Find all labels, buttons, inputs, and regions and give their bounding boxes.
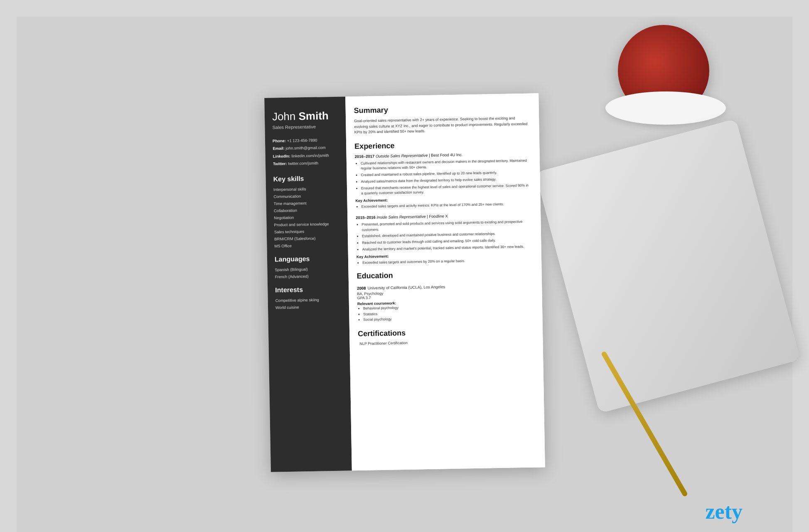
language-spanish: Spanish (Bilingual) [275,266,341,272]
edu-year: 2008 [357,286,366,291]
skill-negotiation: Negotiation [274,214,340,220]
phone-label: Phone: [272,138,285,143]
linkedin-label: LinkedIn: [273,154,290,159]
email-value: john.smith@gmail.com [285,145,325,151]
skills-heading: Key skills [273,175,339,183]
interest-cuisine: World cuisine [275,304,341,310]
skill-time-management: Time management [273,200,339,206]
skill-interpersonal: Interpersonal skills [273,186,339,192]
email-label: Email: [273,146,285,150]
phone-contact: Phone: +1 123-456-7890 [272,137,338,144]
exp-bullets-1: Cultivated relationships with restaurant… [354,158,530,196]
exp-bullet-2-1: Presented, promoted and sold products an… [361,219,531,232]
linkedin-contact: LinkedIn: linkedin.com/in/jsmith [273,152,339,159]
cert-item-1: NLP Practitioner Certification [358,339,533,346]
language-french: French (Advanced) [275,273,341,279]
skill-collaboration: Collaboration [273,207,339,213]
exp-role-1: Outside Sales Representative [375,153,428,158]
candidate-title: Sales Representative [272,124,338,130]
last-name: Smith [298,109,329,122]
decorative-saucer [605,91,726,125]
skill-communication: Communication [273,193,339,199]
education-heading: Education [357,269,531,281]
exp-years-1: 2016–2017 [354,154,374,159]
email-contact: Email: john.smith@gmail.com [273,145,339,151]
exp-bullets-2: Presented, promoted and sold products an… [356,219,531,252]
skill-product-knowledge: Product and service knowledge [274,222,340,227]
exp-header-1: 2016–2017 Outside Sales Representative |… [354,151,529,158]
experience-entry-2: 2015–2016 Inside Sales Representative | … [356,212,531,265]
interest-skiing: Competitive alpine skiing [275,297,341,303]
certifications-heading: Certifications [357,327,532,338]
exp-years-2: 2015–2016 [356,215,376,220]
first-name: John [272,110,298,123]
summary-heading: Summary [354,103,529,115]
decorative-keyboard [535,119,800,414]
candidate-name: John Smith [272,109,338,123]
resume-main-content: Summary Goal-oriented sales representati… [345,93,545,470]
exp-role-2: Inside Sales Representative [376,214,425,219]
skill-sales-techniques: Sales techniques [274,229,340,234]
skill-crm: BRM/CRM (Salesforce) [274,236,340,241]
exp-header-2: 2015–2016 Inside Sales Representative | … [356,212,531,219]
twitter-value: twitter.com/jsmith [288,161,318,166]
twitter-label: Twitter: [273,161,287,166]
exp-pipe-1: | [429,153,431,157]
edu-school: University of California (UCLA), Los Ang… [367,285,445,291]
languages-heading: Languages [274,255,340,264]
exp-company-2: Foodline X [429,214,448,219]
skill-ms-office: MS Office [274,243,340,249]
page-wrapper: zety John Smith Sales Representative Pho… [17,17,792,532]
summary-text: Goal-oriented sales representative with … [354,116,529,135]
experience-heading: Experience [354,139,529,150]
exp-company-1: Best Food 4U Inc. [431,152,462,157]
education-entry-1: 2008 University of California (UCLA), Lo… [357,281,533,323]
resume-document: John Smith Sales Representative Phone: +… [264,93,545,472]
edu-coursework-list: Behavioral psychology Statistics Social … [357,303,532,323]
zety-logo: zety [706,499,743,524]
exp-bullet-1-4: Ensured that merchants receive the highe… [361,182,530,196]
resume-sidebar: John Smith Sales Representative Phone: +… [264,96,352,472]
twitter-contact: Twitter: twitter.com/jsmith [273,160,339,167]
exp-bullet-1-1: Cultivated relationships with restaurant… [360,158,529,171]
interests-heading: Interests [275,286,341,294]
experience-entry-1: 2016–2017 Outside Sales Representative |… [354,151,530,209]
contact-section: Phone: +1 123-456-7890 Email: john.smith… [272,137,339,167]
phone-value: +1 123-456-7890 [287,138,317,143]
linkedin-value: linkedin.com/in/jsmith [291,153,329,158]
